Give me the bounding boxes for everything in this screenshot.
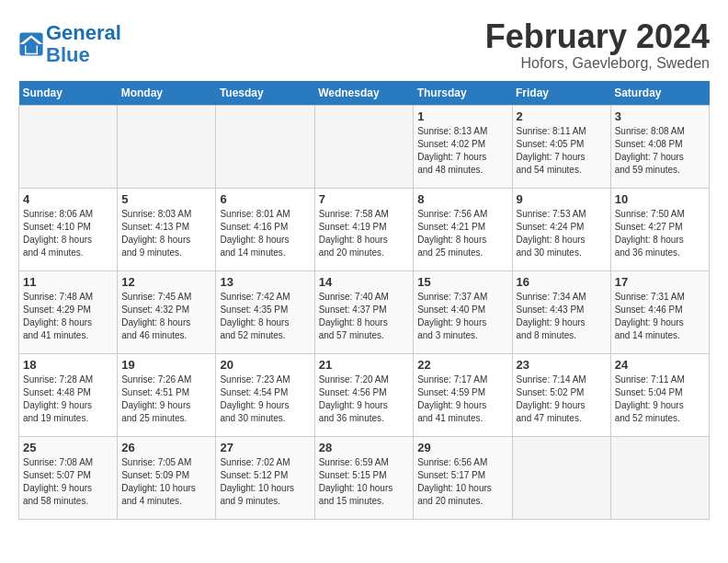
- day-info: Sunrise: 7:23 AM Sunset: 4:54 PM Dayligh…: [220, 373, 310, 425]
- day-number: 6: [220, 192, 310, 206]
- calendar-cell: 13Sunrise: 7:42 AM Sunset: 4:35 PM Dayli…: [216, 270, 314, 353]
- day-info: Sunrise: 7:08 AM Sunset: 5:07 PM Dayligh…: [23, 456, 113, 508]
- day-number: 12: [121, 275, 211, 289]
- weekday-header-thursday: Thursday: [414, 81, 512, 106]
- calendar-cell: 4Sunrise: 8:06 AM Sunset: 4:10 PM Daylig…: [19, 188, 118, 270]
- day-info: Sunrise: 7:14 AM Sunset: 5:02 PM Dayligh…: [517, 373, 607, 425]
- calendar-cell: 29Sunrise: 6:56 AM Sunset: 5:17 PM Dayli…: [414, 436, 512, 519]
- day-info: Sunrise: 8:08 AM Sunset: 4:08 PM Dayligh…: [615, 125, 705, 177]
- calendar-cell: 11Sunrise: 7:48 AM Sunset: 4:29 PM Dayli…: [19, 270, 118, 353]
- day-number: 27: [220, 441, 310, 454]
- day-info: Sunrise: 7:17 AM Sunset: 4:59 PM Dayligh…: [417, 373, 507, 425]
- day-number: 29: [417, 441, 507, 454]
- day-number: 9: [517, 192, 607, 206]
- logo: General Blue: [18, 22, 121, 66]
- week-row-1: 1Sunrise: 8:13 AM Sunset: 4:02 PM Daylig…: [19, 105, 710, 188]
- day-number: 14: [319, 275, 410, 289]
- calendar-cell: 17Sunrise: 7:31 AM Sunset: 4:46 PM Dayli…: [610, 270, 709, 353]
- calendar-cell: 22Sunrise: 7:17 AM Sunset: 4:59 PM Dayli…: [414, 353, 512, 436]
- title-section: February 2024 Hofors, Gaevleborg, Sweden: [485, 18, 710, 72]
- day-number: 20: [220, 358, 310, 372]
- calendar-cell: [19, 105, 118, 188]
- day-info: Sunrise: 6:59 AM Sunset: 5:15 PM Dayligh…: [319, 456, 410, 508]
- day-info: Sunrise: 8:06 AM Sunset: 4:10 PM Dayligh…: [23, 208, 113, 259]
- calendar-cell: 14Sunrise: 7:40 AM Sunset: 4:37 PM Dayli…: [314, 270, 414, 353]
- day-info: Sunrise: 7:45 AM Sunset: 4:32 PM Dayligh…: [121, 291, 211, 342]
- day-number: 11: [23, 275, 113, 289]
- calendar-cell: 24Sunrise: 7:11 AM Sunset: 5:04 PM Dayli…: [610, 353, 709, 436]
- calendar-cell: 21Sunrise: 7:20 AM Sunset: 4:56 PM Dayli…: [314, 353, 414, 436]
- calendar-cell: 27Sunrise: 7:02 AM Sunset: 5:12 PM Dayli…: [216, 436, 314, 519]
- calendar-cell: 7Sunrise: 7:58 AM Sunset: 4:19 PM Daylig…: [314, 188, 414, 270]
- day-number: 22: [417, 358, 507, 372]
- weekday-header-monday: Monday: [118, 81, 216, 106]
- day-info: Sunrise: 7:56 AM Sunset: 4:21 PM Dayligh…: [417, 208, 507, 259]
- calendar-cell: 8Sunrise: 7:56 AM Sunset: 4:21 PM Daylig…: [414, 188, 512, 270]
- day-info: Sunrise: 7:05 AM Sunset: 5:09 PM Dayligh…: [121, 456, 211, 508]
- weekday-header-friday: Friday: [512, 81, 610, 106]
- day-info: Sunrise: 8:01 AM Sunset: 4:16 PM Dayligh…: [220, 208, 310, 259]
- day-number: 7: [319, 192, 410, 206]
- day-number: 19: [121, 358, 211, 372]
- day-info: Sunrise: 7:11 AM Sunset: 5:04 PM Dayligh…: [615, 373, 705, 425]
- weekday-header-saturday: Saturday: [610, 81, 709, 106]
- calendar-cell: 19Sunrise: 7:26 AM Sunset: 4:51 PM Dayli…: [118, 353, 216, 436]
- day-number: 10: [615, 192, 705, 206]
- day-number: 8: [417, 192, 507, 206]
- day-info: Sunrise: 7:58 AM Sunset: 4:19 PM Dayligh…: [319, 208, 410, 259]
- week-row-2: 4Sunrise: 8:06 AM Sunset: 4:10 PM Daylig…: [19, 188, 710, 270]
- day-number: 24: [615, 358, 705, 372]
- week-row-4: 18Sunrise: 7:28 AM Sunset: 4:48 PM Dayli…: [19, 353, 710, 436]
- day-info: Sunrise: 7:37 AM Sunset: 4:40 PM Dayligh…: [417, 291, 507, 342]
- calendar-cell: 20Sunrise: 7:23 AM Sunset: 4:54 PM Dayli…: [216, 353, 314, 436]
- day-number: 25: [23, 441, 113, 454]
- calendar-cell: 26Sunrise: 7:05 AM Sunset: 5:09 PM Dayli…: [118, 436, 216, 519]
- day-info: Sunrise: 7:34 AM Sunset: 4:43 PM Dayligh…: [517, 291, 607, 342]
- page-header: General Blue February 2024 Hofors, Gaevl…: [18, 18, 710, 72]
- logo-icon: [18, 31, 44, 57]
- calendar-cell: [216, 105, 314, 188]
- day-info: Sunrise: 8:11 AM Sunset: 4:05 PM Dayligh…: [517, 125, 607, 177]
- day-number: 1: [417, 109, 507, 123]
- week-row-3: 11Sunrise: 7:48 AM Sunset: 4:29 PM Dayli…: [19, 270, 710, 353]
- day-number: 5: [121, 192, 211, 206]
- calendar-cell: 1Sunrise: 8:13 AM Sunset: 4:02 PM Daylig…: [414, 105, 512, 188]
- day-info: Sunrise: 7:50 AM Sunset: 4:27 PM Dayligh…: [615, 208, 705, 259]
- calendar-cell: 15Sunrise: 7:37 AM Sunset: 4:40 PM Dayli…: [414, 270, 512, 353]
- calendar-cell: [314, 105, 414, 188]
- day-info: Sunrise: 8:03 AM Sunset: 4:13 PM Dayligh…: [121, 208, 211, 259]
- calendar-cell: [610, 436, 709, 519]
- day-number: 4: [23, 192, 113, 206]
- day-info: Sunrise: 7:28 AM Sunset: 4:48 PM Dayligh…: [23, 373, 113, 425]
- calendar-cell: 9Sunrise: 7:53 AM Sunset: 4:24 PM Daylig…: [512, 188, 610, 270]
- calendar-cell: 10Sunrise: 7:50 AM Sunset: 4:27 PM Dayli…: [610, 188, 709, 270]
- day-info: Sunrise: 8:13 AM Sunset: 4:02 PM Dayligh…: [417, 125, 507, 177]
- day-number: 3: [615, 109, 705, 123]
- week-row-5: 25Sunrise: 7:08 AM Sunset: 5:07 PM Dayli…: [19, 436, 710, 519]
- calendar-cell: 5Sunrise: 8:03 AM Sunset: 4:13 PM Daylig…: [118, 188, 216, 270]
- weekday-header-sunday: Sunday: [19, 81, 118, 106]
- day-info: Sunrise: 7:20 AM Sunset: 4:56 PM Dayligh…: [319, 373, 410, 425]
- day-number: 16: [517, 275, 607, 289]
- calendar-cell: [512, 436, 610, 519]
- day-info: Sunrise: 7:31 AM Sunset: 4:46 PM Dayligh…: [615, 291, 705, 342]
- day-info: Sunrise: 7:53 AM Sunset: 4:24 PM Dayligh…: [517, 208, 607, 259]
- day-info: Sunrise: 7:02 AM Sunset: 5:12 PM Dayligh…: [220, 456, 310, 508]
- logo-line1: General: [46, 21, 121, 44]
- calendar-cell: 12Sunrise: 7:45 AM Sunset: 4:32 PM Dayli…: [118, 270, 216, 353]
- day-info: Sunrise: 7:42 AM Sunset: 4:35 PM Dayligh…: [220, 291, 310, 342]
- day-number: 17: [615, 275, 705, 289]
- calendar-subtitle: Hofors, Gaevleborg, Sweden: [485, 55, 710, 72]
- weekday-header-row: SundayMondayTuesdayWednesdayThursdayFrid…: [19, 81, 710, 106]
- logo-line2: Blue: [46, 43, 90, 66]
- calendar-cell: 28Sunrise: 6:59 AM Sunset: 5:15 PM Dayli…: [314, 436, 414, 519]
- day-number: 2: [517, 109, 607, 123]
- day-number: 21: [319, 358, 410, 372]
- calendar-table: SundayMondayTuesdayWednesdayThursdayFrid…: [18, 81, 710, 520]
- calendar-cell: 16Sunrise: 7:34 AM Sunset: 4:43 PM Dayli…: [512, 270, 610, 353]
- calendar-cell: 25Sunrise: 7:08 AM Sunset: 5:07 PM Dayli…: [19, 436, 118, 519]
- weekday-header-wednesday: Wednesday: [314, 81, 414, 106]
- calendar-cell: 18Sunrise: 7:28 AM Sunset: 4:48 PM Dayli…: [19, 353, 118, 436]
- calendar-cell: 6Sunrise: 8:01 AM Sunset: 4:16 PM Daylig…: [216, 188, 314, 270]
- day-number: 15: [417, 275, 507, 289]
